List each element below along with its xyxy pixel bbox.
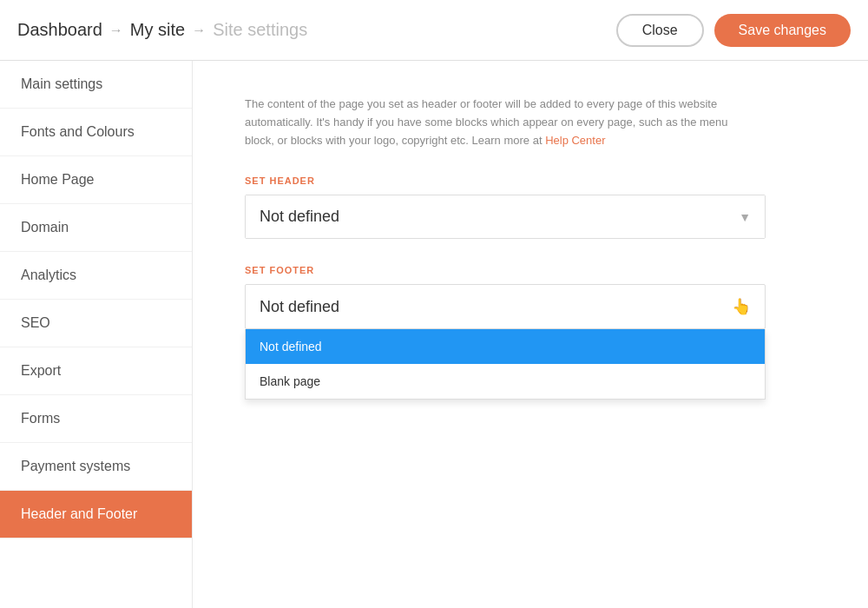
cursor-icon: 👆 <box>732 297 751 316</box>
help-center-link[interactable]: Help Center <box>545 134 605 147</box>
breadcrumb-dashboard[interactable]: Dashboard <box>17 20 102 40</box>
sidebar-item-header-footer[interactable]: Header and Footer <box>0 491 192 539</box>
header-dropdown[interactable]: Not defined ▼ <box>245 195 766 239</box>
sidebar-item-forms[interactable]: Forms <box>0 395 192 443</box>
sidebar-item-seo[interactable]: SEO <box>0 300 192 347</box>
breadcrumb-arrow-2: → <box>192 23 206 38</box>
breadcrumb-mysite[interactable]: My site <box>130 20 185 40</box>
footer-option-blank-page[interactable]: Blank page <box>246 364 765 399</box>
app-header: Dashboard → My site → Site settings Clos… <box>0 0 868 61</box>
sidebar-item-export[interactable]: Export <box>0 347 192 395</box>
sidebar: Main settings Fonts and Colours Home Pag… <box>0 61 193 608</box>
header-actions: Close Save changes <box>616 14 851 47</box>
save-button[interactable]: Save changes <box>714 14 851 47</box>
info-text: The content of the page you set as heade… <box>245 96 748 149</box>
footer-dropdown-selected[interactable]: Not defined 👆 <box>245 284 766 329</box>
sidebar-item-payment-systems[interactable]: Payment systems <box>0 443 192 491</box>
set-footer-label: SET FOOTER <box>245 265 816 275</box>
sidebar-item-fonts-colours[interactable]: Fonts and Colours <box>0 109 192 156</box>
sidebar-item-main-settings[interactable]: Main settings <box>0 61 192 109</box>
footer-dropdown[interactable]: Not defined 👆 Not defined Blank page <box>245 284 766 329</box>
header-dropdown-arrow-icon: ▼ <box>739 210 751 224</box>
sidebar-item-home-page[interactable]: Home Page <box>0 156 192 204</box>
set-header-label: SET HEADER <box>245 175 816 186</box>
main-content: The content of the page you set as heade… <box>193 61 868 608</box>
footer-dropdown-options: Not defined Blank page <box>245 329 766 400</box>
sidebar-item-analytics[interactable]: Analytics <box>0 252 192 300</box>
main-layout: Main settings Fonts and Colours Home Pag… <box>0 61 868 608</box>
breadcrumb-arrow-1: → <box>109 23 123 38</box>
header-dropdown-selected[interactable]: Not defined ▼ <box>246 195 765 238</box>
close-button[interactable]: Close <box>616 14 704 47</box>
footer-option-not-defined[interactable]: Not defined <box>246 329 765 364</box>
breadcrumb: Dashboard → My site → Site settings <box>17 20 616 40</box>
breadcrumb-site-settings: Site settings <box>213 20 307 40</box>
sidebar-item-domain[interactable]: Domain <box>0 204 192 252</box>
